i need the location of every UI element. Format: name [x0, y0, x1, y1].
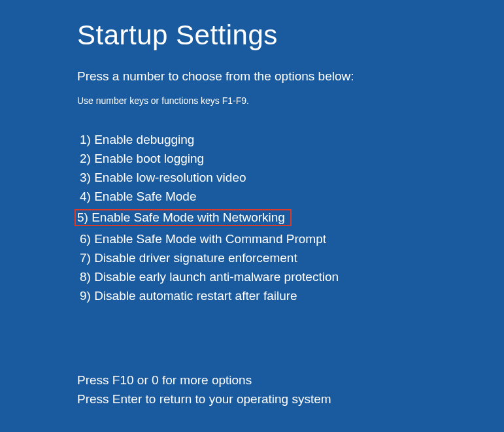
startup-settings-screen: Startup Settings Press a number to choos… [0, 0, 504, 408]
option-1[interactable]: 1) Enable debugging [77, 133, 197, 146]
hint-text: Use number keys or functions keys F1-F9. [77, 95, 504, 106]
footer-more-options: Press F10 or 0 for more options [77, 371, 504, 390]
option-8[interactable]: 8) Disable early launch anti-malware pro… [77, 271, 341, 283]
option-3[interactable]: 3) Enable low-resolution video [77, 171, 249, 184]
option-4[interactable]: 4) Enable Safe Mode [77, 190, 199, 203]
page-title: Startup Settings [77, 20, 504, 51]
footer-return: Press Enter to return to your operating … [77, 390, 504, 409]
option-7[interactable]: 7) Disable driver signature enforcement [77, 252, 300, 264]
options-list: 1) Enable debugging 2) Enable boot loggi… [77, 133, 504, 308]
option-9[interactable]: 9) Disable automatic restart after failu… [77, 290, 300, 302]
option-6[interactable]: 6) Enable Safe Mode with Command Prompt [77, 233, 329, 245]
option-5[interactable]: 5) Enable Safe Mode with Networking [75, 209, 292, 226]
option-2[interactable]: 2) Enable boot logging [77, 152, 207, 165]
subtitle: Press a number to choose from the option… [77, 69, 504, 84]
footer: Press F10 or 0 for more options Press En… [77, 371, 504, 408]
